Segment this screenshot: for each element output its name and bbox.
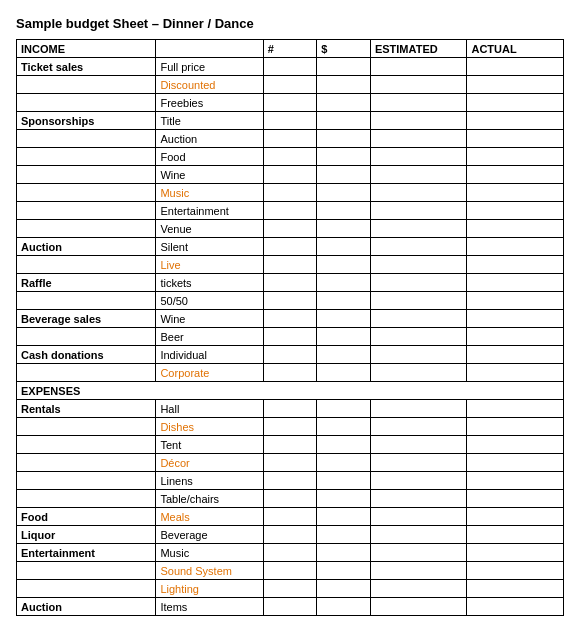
actual-cell[interactable] <box>467 220 564 238</box>
estimated-cell[interactable] <box>370 526 467 544</box>
hash-cell[interactable] <box>263 418 317 436</box>
hash-cell[interactable] <box>263 364 317 382</box>
hash-cell[interactable] <box>263 490 317 508</box>
estimated-cell[interactable] <box>370 472 467 490</box>
dollar-cell[interactable] <box>317 148 371 166</box>
estimated-cell[interactable] <box>370 454 467 472</box>
actual-cell[interactable] <box>467 400 564 418</box>
actual-cell[interactable] <box>467 490 564 508</box>
actual-cell[interactable] <box>467 130 564 148</box>
hash-cell[interactable] <box>263 436 317 454</box>
dollar-cell[interactable] <box>317 238 371 256</box>
estimated-cell[interactable] <box>370 400 467 418</box>
dollar-cell[interactable] <box>317 490 371 508</box>
hash-cell[interactable] <box>263 256 317 274</box>
actual-cell[interactable] <box>467 418 564 436</box>
actual-cell[interactable] <box>467 256 564 274</box>
actual-cell[interactable] <box>467 274 564 292</box>
dollar-cell[interactable] <box>317 112 371 130</box>
actual-cell[interactable] <box>467 310 564 328</box>
hash-cell[interactable] <box>263 220 317 238</box>
estimated-cell[interactable] <box>370 202 467 220</box>
hash-cell[interactable] <box>263 58 317 76</box>
dollar-cell[interactable] <box>317 94 371 112</box>
actual-cell[interactable] <box>467 436 564 454</box>
dollar-cell[interactable] <box>317 58 371 76</box>
hash-cell[interactable] <box>263 166 317 184</box>
estimated-cell[interactable] <box>370 148 467 166</box>
hash-cell[interactable] <box>263 580 317 598</box>
hash-cell[interactable] <box>263 184 317 202</box>
dollar-cell[interactable] <box>317 598 371 616</box>
dollar-cell[interactable] <box>317 220 371 238</box>
estimated-cell[interactable] <box>370 364 467 382</box>
dollar-cell[interactable] <box>317 130 371 148</box>
dollar-cell[interactable] <box>317 400 371 418</box>
actual-cell[interactable] <box>467 544 564 562</box>
dollar-cell[interactable] <box>317 166 371 184</box>
hash-cell[interactable] <box>263 472 317 490</box>
estimated-cell[interactable] <box>370 346 467 364</box>
estimated-cell[interactable] <box>370 76 467 94</box>
dollar-cell[interactable] <box>317 292 371 310</box>
dollar-cell[interactable] <box>317 364 371 382</box>
dollar-cell[interactable] <box>317 544 371 562</box>
actual-cell[interactable] <box>467 112 564 130</box>
actual-cell[interactable] <box>467 292 564 310</box>
hash-cell[interactable] <box>263 76 317 94</box>
dollar-cell[interactable] <box>317 274 371 292</box>
actual-cell[interactable] <box>467 508 564 526</box>
estimated-cell[interactable] <box>370 112 467 130</box>
dollar-cell[interactable] <box>317 346 371 364</box>
estimated-cell[interactable] <box>370 184 467 202</box>
hash-cell[interactable] <box>263 598 317 616</box>
estimated-cell[interactable] <box>370 508 467 526</box>
dollar-cell[interactable] <box>317 310 371 328</box>
actual-cell[interactable] <box>467 346 564 364</box>
dollar-cell[interactable] <box>317 472 371 490</box>
estimated-cell[interactable] <box>370 436 467 454</box>
actual-cell[interactable] <box>467 184 564 202</box>
hash-cell[interactable] <box>263 94 317 112</box>
actual-cell[interactable] <box>467 472 564 490</box>
actual-cell[interactable] <box>467 94 564 112</box>
dollar-cell[interactable] <box>317 562 371 580</box>
actual-cell[interactable] <box>467 148 564 166</box>
hash-cell[interactable] <box>263 454 317 472</box>
actual-cell[interactable] <box>467 526 564 544</box>
estimated-cell[interactable] <box>370 238 467 256</box>
dollar-cell[interactable] <box>317 202 371 220</box>
actual-cell[interactable] <box>467 364 564 382</box>
hash-cell[interactable] <box>263 274 317 292</box>
actual-cell[interactable] <box>467 454 564 472</box>
estimated-cell[interactable] <box>370 310 467 328</box>
estimated-cell[interactable] <box>370 58 467 76</box>
hash-cell[interactable] <box>263 544 317 562</box>
hash-cell[interactable] <box>263 292 317 310</box>
actual-cell[interactable] <box>467 202 564 220</box>
dollar-cell[interactable] <box>317 184 371 202</box>
estimated-cell[interactable] <box>370 292 467 310</box>
hash-cell[interactable] <box>263 310 317 328</box>
actual-cell[interactable] <box>467 166 564 184</box>
estimated-cell[interactable] <box>370 490 467 508</box>
estimated-cell[interactable] <box>370 598 467 616</box>
actual-cell[interactable] <box>467 76 564 94</box>
estimated-cell[interactable] <box>370 580 467 598</box>
estimated-cell[interactable] <box>370 328 467 346</box>
hash-cell[interactable] <box>263 508 317 526</box>
actual-cell[interactable] <box>467 562 564 580</box>
hash-cell[interactable] <box>263 526 317 544</box>
actual-cell[interactable] <box>467 238 564 256</box>
hash-cell[interactable] <box>263 238 317 256</box>
dollar-cell[interactable] <box>317 256 371 274</box>
hash-cell[interactable] <box>263 112 317 130</box>
dollar-cell[interactable] <box>317 526 371 544</box>
dollar-cell[interactable] <box>317 436 371 454</box>
estimated-cell[interactable] <box>370 274 467 292</box>
estimated-cell[interactable] <box>370 562 467 580</box>
actual-cell[interactable] <box>467 598 564 616</box>
actual-cell[interactable] <box>467 580 564 598</box>
estimated-cell[interactable] <box>370 220 467 238</box>
actual-cell[interactable] <box>467 58 564 76</box>
